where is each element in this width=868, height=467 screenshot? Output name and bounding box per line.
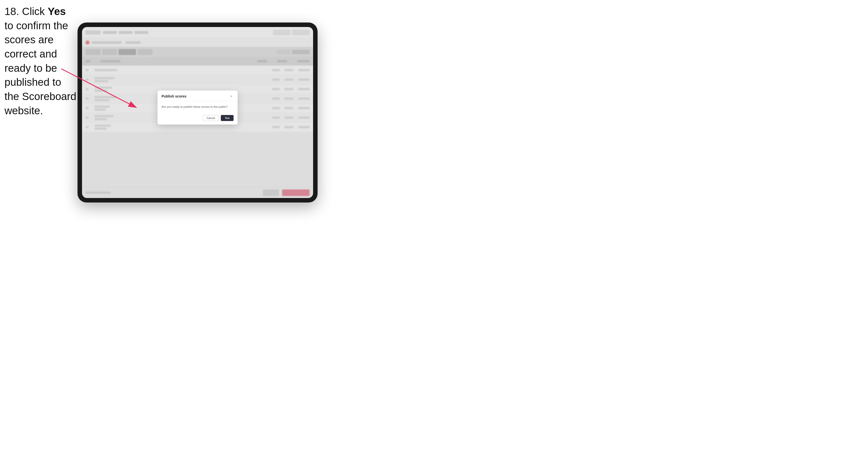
modal-footer: Cancel Yes xyxy=(158,113,238,125)
modal-message: Are you ready to publish these scores to… xyxy=(161,105,234,109)
modal-header: Publish scores × xyxy=(158,91,238,101)
modal-title: Publish scores xyxy=(161,94,187,98)
modal-yes-button[interactable]: Yes xyxy=(221,115,234,121)
modal-overlay: Publish scores × Are you ready to publis… xyxy=(82,27,313,198)
publish-scores-dialog: Publish scores × Are you ready to publis… xyxy=(158,91,238,125)
instruction-text: 18. Click Yes to confirm the scores are … xyxy=(4,4,77,118)
modal-close-button[interactable]: × xyxy=(229,94,234,98)
modal-body: Are you ready to publish these scores to… xyxy=(158,101,238,113)
tablet-frame: Publish scores × Are you ready to publis… xyxy=(78,23,318,203)
modal-cancel-button[interactable]: Cancel xyxy=(203,115,219,121)
tablet-screen: Publish scores × Are you ready to publis… xyxy=(82,27,313,198)
